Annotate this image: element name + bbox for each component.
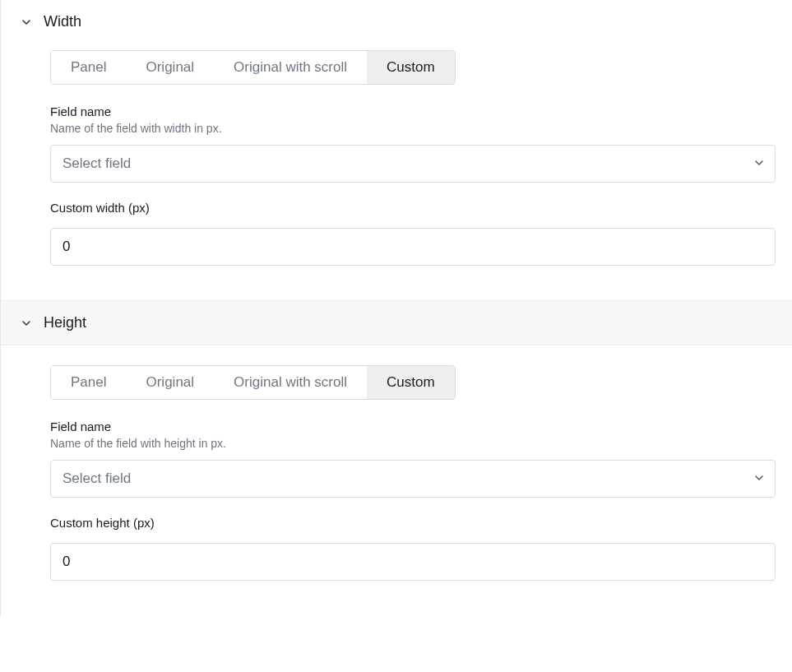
chevron-down-icon	[21, 317, 32, 329]
width-field-select[interactable]: Select field	[50, 145, 776, 183]
width-field-name-hint: Name of the field with width in px.	[50, 122, 776, 135]
width-option-custom[interactable]: Custom	[367, 51, 455, 84]
width-custom-block: Custom width (px)	[50, 201, 776, 266]
height-option-original[interactable]: Original	[126, 366, 214, 399]
width-body: Panel Original Original with scroll Cust…	[1, 44, 792, 266]
height-section: Height Panel Original Original with scro…	[1, 300, 792, 615]
height-option-panel[interactable]: Panel	[51, 366, 126, 399]
width-field-name-label: Field name	[50, 104, 776, 118]
height-field-name-hint: Name of the field with height in px.	[50, 437, 776, 450]
width-custom-input[interactable]	[50, 228, 776, 266]
height-field-select[interactable]: Select field	[50, 460, 776, 498]
width-option-original-scroll[interactable]: Original with scroll	[214, 51, 367, 84]
height-field-name-block: Field name Name of the field with height…	[50, 419, 776, 498]
height-title: Height	[44, 314, 86, 331]
width-option-panel[interactable]: Panel	[51, 51, 126, 84]
height-custom-block: Custom height (px)	[50, 516, 776, 581]
width-field-select-wrap: Select field	[50, 145, 776, 183]
width-section-header[interactable]: Width	[1, 0, 792, 44]
width-section: Width Panel Original Original with scrol…	[1, 0, 792, 300]
height-custom-input[interactable]	[50, 543, 776, 581]
width-title: Width	[44, 13, 81, 30]
height-custom-label: Custom height (px)	[50, 516, 776, 530]
height-mode-toggle: Panel Original Original with scroll Cust…	[50, 365, 456, 400]
width-custom-label: Custom width (px)	[50, 201, 776, 215]
width-field-name-block: Field name Name of the field with width …	[50, 104, 776, 183]
height-section-header[interactable]: Height	[1, 300, 792, 345]
height-field-name-label: Field name	[50, 419, 776, 433]
height-option-original-scroll[interactable]: Original with scroll	[214, 366, 367, 399]
width-mode-toggle: Panel Original Original with scroll Cust…	[50, 50, 456, 85]
height-body: Panel Original Original with scroll Cust…	[1, 345, 792, 581]
height-field-select-wrap: Select field	[50, 460, 776, 498]
chevron-down-icon	[21, 16, 32, 28]
width-option-original[interactable]: Original	[126, 51, 214, 84]
height-option-custom[interactable]: Custom	[367, 366, 455, 399]
